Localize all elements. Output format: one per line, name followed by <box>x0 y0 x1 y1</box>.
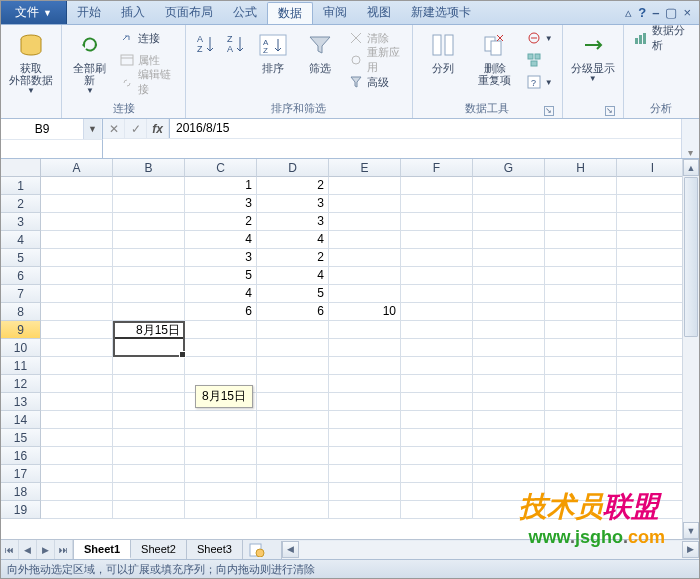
cell-B16[interactable] <box>113 447 185 465</box>
cell-A12[interactable] <box>41 375 113 393</box>
cell-H16[interactable] <box>545 447 617 465</box>
cell-D3[interactable]: 3 <box>257 213 329 231</box>
cell-C8[interactable]: 6 <box>185 303 257 321</box>
cell-E3[interactable] <box>329 213 401 231</box>
cell-E12[interactable] <box>329 375 401 393</box>
new-sheet-button[interactable] <box>243 543 271 557</box>
cell-H18[interactable] <box>545 483 617 501</box>
cell-A8[interactable] <box>41 303 113 321</box>
row-header[interactable]: 16 <box>1 447 41 465</box>
cell-A2[interactable] <box>41 195 113 213</box>
cell-E16[interactable] <box>329 447 401 465</box>
cell-H7[interactable] <box>545 285 617 303</box>
cell-I17[interactable] <box>617 465 689 483</box>
tab-home[interactable]: 开始 <box>67 1 111 24</box>
cell-G1[interactable] <box>473 177 545 195</box>
cell-F8[interactable] <box>401 303 473 321</box>
cell-C16[interactable] <box>185 447 257 465</box>
cell-H14[interactable] <box>545 411 617 429</box>
cell-B13[interactable] <box>113 393 185 411</box>
get-external-data-button[interactable]: 获取 外部数据 ▼ <box>7 27 55 95</box>
cell-I14[interactable] <box>617 411 689 429</box>
cell-I9[interactable] <box>617 321 689 339</box>
cell-B10[interactable] <box>113 339 185 357</box>
vertical-scrollbar[interactable]: ▲ ▼ <box>682 159 699 539</box>
cell-I13[interactable] <box>617 393 689 411</box>
sheet-tab[interactable]: Sheet2 <box>131 540 187 559</box>
cell-B19[interactable] <box>113 501 185 519</box>
cell-C4[interactable]: 4 <box>185 231 257 249</box>
cell-F15[interactable] <box>401 429 473 447</box>
sheet-first-button[interactable]: ⏮ <box>1 540 19 559</box>
cell-A18[interactable] <box>41 483 113 501</box>
cell-G17[interactable] <box>473 465 545 483</box>
cell-I4[interactable] <box>617 231 689 249</box>
cell-D8[interactable]: 6 <box>257 303 329 321</box>
cell-B9[interactable]: 8月15日 <box>113 321 185 339</box>
cell-I1[interactable] <box>617 177 689 195</box>
cell-H19[interactable] <box>545 501 617 519</box>
cell-H3[interactable] <box>545 213 617 231</box>
cell-B11[interactable] <box>113 357 185 375</box>
name-box-dropdown[interactable]: ▼ <box>83 119 101 139</box>
row-header[interactable]: 13 <box>1 393 41 411</box>
cell-E9[interactable] <box>329 321 401 339</box>
cell-H8[interactable] <box>545 303 617 321</box>
cell-B6[interactable] <box>113 267 185 285</box>
tab-insert[interactable]: 插入 <box>111 1 155 24</box>
cell-F6[interactable] <box>401 267 473 285</box>
cell-E6[interactable] <box>329 267 401 285</box>
cell-G13[interactable] <box>473 393 545 411</box>
consolidate-button[interactable] <box>523 49 556 71</box>
cell-E13[interactable] <box>329 393 401 411</box>
cell-I11[interactable] <box>617 357 689 375</box>
cell-D14[interactable] <box>257 411 329 429</box>
cell-F1[interactable] <box>401 177 473 195</box>
cell-H5[interactable] <box>545 249 617 267</box>
cell-G16[interactable] <box>473 447 545 465</box>
horizontal-scrollbar[interactable]: ◀ ▶ <box>281 541 699 559</box>
cell-E17[interactable] <box>329 465 401 483</box>
cell-D1[interactable]: 2 <box>257 177 329 195</box>
cell-H13[interactable] <box>545 393 617 411</box>
accept-formula-button[interactable]: ✓ <box>125 119 147 138</box>
cell-A1[interactable] <box>41 177 113 195</box>
tab-data[interactable]: 数据 <box>267 2 313 24</box>
cell-A11[interactable] <box>41 357 113 375</box>
cell-D2[interactable]: 3 <box>257 195 329 213</box>
cell-F19[interactable] <box>401 501 473 519</box>
cell-E11[interactable] <box>329 357 401 375</box>
cell-F3[interactable] <box>401 213 473 231</box>
cell-C14[interactable] <box>185 411 257 429</box>
cell-F7[interactable] <box>401 285 473 303</box>
cell-D18[interactable] <box>257 483 329 501</box>
cell-G7[interactable] <box>473 285 545 303</box>
cell-I18[interactable] <box>617 483 689 501</box>
cell-B15[interactable] <box>113 429 185 447</box>
select-all-corner[interactable] <box>1 159 41 177</box>
data-analysis-button[interactable]: 数据分析 <box>630 27 693 49</box>
cell-G19[interactable] <box>473 501 545 519</box>
cell-B18[interactable] <box>113 483 185 501</box>
row-header[interactable]: 3 <box>1 213 41 231</box>
cell-G4[interactable] <box>473 231 545 249</box>
cell-A14[interactable] <box>41 411 113 429</box>
row-header[interactable]: 9 <box>1 321 41 339</box>
row-header[interactable]: 19 <box>1 501 41 519</box>
cell-C2[interactable]: 3 <box>185 195 257 213</box>
col-header[interactable]: C <box>185 159 257 177</box>
outline-button[interactable]: 分级显示 ▼ <box>569 27 617 83</box>
col-header[interactable]: A <box>41 159 113 177</box>
filter-button[interactable]: 筛选 <box>298 27 340 74</box>
cell-B1[interactable] <box>113 177 185 195</box>
dialog-launcher-icon[interactable]: ↘ <box>605 106 615 116</box>
cell-A9[interactable] <box>41 321 113 339</box>
cell-G8[interactable] <box>473 303 545 321</box>
cell-B12[interactable] <box>113 375 185 393</box>
sort-desc-button[interactable]: ZA <box>222 27 248 61</box>
cell-D10[interactable] <box>257 339 329 357</box>
restore-icon[interactable]: ▢ <box>665 5 677 20</box>
cell-G3[interactable] <box>473 213 545 231</box>
name-box-input[interactable] <box>1 119 83 139</box>
cell-C11[interactable] <box>185 357 257 375</box>
